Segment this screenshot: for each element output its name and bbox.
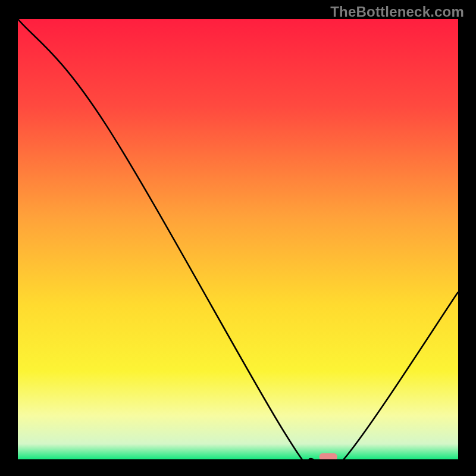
optimum-marker: [320, 453, 337, 461]
chart-frame: TheBottleneck.com: [0, 0, 476, 476]
bottleneck-chart: [0, 0, 476, 476]
